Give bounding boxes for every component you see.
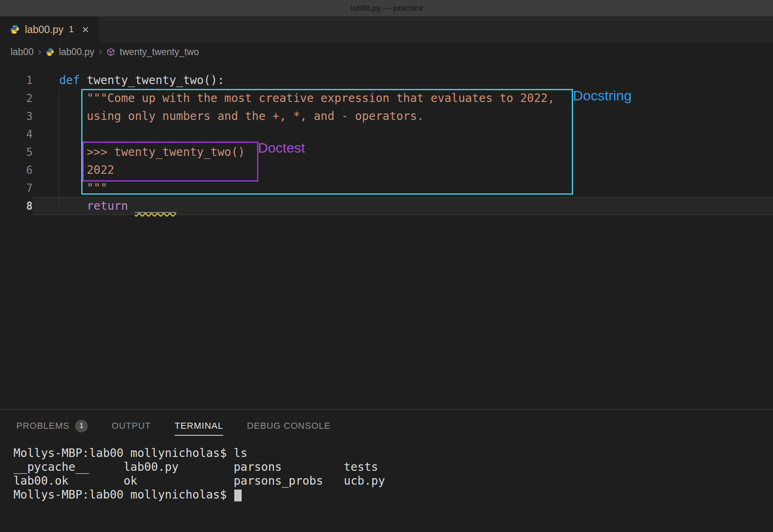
breadcrumb-item-lab00[interactable]: lab00 — [11, 47, 33, 58]
python-icon — [10, 24, 20, 34]
code-text[interactable]: >>> twenty_twenty_two() — [33, 143, 773, 161]
breadcrumb: lab00 › lab00.py › twenty_twenty_two — [0, 42, 773, 61]
terminal[interactable]: Mollys-MBP:lab00 mollynicholas$ ls __pyc… — [0, 442, 773, 502]
line-number: 7 — [0, 179, 33, 197]
python-file-icon — [46, 48, 54, 56]
bottom-panel: PROBLEMS 1 OUTPUT TERMINAL DEBUG CONSOLE… — [0, 409, 773, 532]
panel-tab-output[interactable]: OUTPUT — [111, 421, 151, 431]
line-number: 6 — [0, 161, 33, 179]
code-editor: 1 def twenty_twenty_two(): 2 """Come up … — [0, 61, 773, 409]
panel-tab-label: TERMINAL — [175, 421, 223, 436]
line-number: 4 — [0, 125, 33, 143]
terminal-line: Mollys-MBP:lab00 mollynicholas$ ls — [13, 446, 773, 460]
code-line-8: 8 return ______ — [0, 197, 773, 215]
line-number: 5 — [0, 143, 33, 161]
code-text[interactable]: def twenty_twenty_two(): — [33, 71, 773, 89]
terminal-prompt-line: Mollys-MBP:lab00 mollynicholas$ — [13, 488, 773, 502]
line-number: 1 — [0, 71, 33, 89]
panel-tab-bar: PROBLEMS 1 OUTPUT TERMINAL DEBUG CONSOLE — [0, 410, 773, 442]
code-line-1: 1 def twenty_twenty_two(): — [0, 71, 773, 89]
chevron-right-icon: › — [38, 46, 41, 58]
code-text[interactable] — [33, 125, 773, 143]
tab-bar: lab00.py 1 — [0, 16, 773, 42]
panel-tab-terminal[interactable]: TERMINAL — [175, 421, 223, 431]
line-number: 2 — [0, 89, 33, 107]
symbol-cube-icon — [107, 48, 115, 56]
code-line-5: 5 >>> twenty_twenty_two() — [0, 143, 773, 161]
code-text[interactable]: using only numbers and the +, *, and - o… — [33, 107, 773, 125]
panel-tab-label: DEBUG CONSOLE — [247, 421, 331, 431]
tab-lab00py[interactable]: lab00.py 1 — [0, 16, 99, 42]
panel-tab-label: OUTPUT — [111, 421, 151, 431]
titlebar: lab00.py — practice — [0, 0, 773, 16]
tab-modified-count: 1 — [69, 24, 74, 35]
terminal-line: lab00.ok ok parsons_probs ucb.py — [13, 474, 773, 488]
panel-tab-debug-console[interactable]: DEBUG CONSOLE — [247, 421, 331, 431]
panel-tab-label: PROBLEMS — [16, 421, 69, 431]
line-number: 8 — [0, 197, 33, 215]
terminal-line: __pycache__ lab00.py parsons tests — [13, 460, 773, 474]
breadcrumb-item-symbol[interactable]: twenty_twenty_two — [120, 47, 199, 58]
code-text[interactable]: return ______ — [33, 197, 773, 215]
blank-placeholder: ______ — [135, 199, 176, 213]
tab-filename: lab00.py — [25, 24, 64, 35]
code-text[interactable]: 2022 — [33, 161, 773, 179]
problems-count-badge: 1 — [75, 420, 88, 432]
code-text[interactable]: """Come up with the most creative expres… — [33, 89, 773, 107]
code-line-3: 3 using only numbers and the +, *, and -… — [0, 107, 773, 125]
code-line-6: 6 2022 — [0, 161, 773, 179]
panel-tab-problems[interactable]: PROBLEMS 1 — [16, 420, 88, 432]
code-text[interactable]: """ — [33, 179, 773, 197]
code-line-4: 4 — [0, 125, 773, 143]
chevron-right-icon: › — [99, 46, 102, 58]
code-line-7: 7 """ — [0, 179, 773, 197]
vscode-window: lab00.py — practice lab00.py 1 lab0 — [0, 0, 773, 532]
window-title: lab00.py — practice — [350, 4, 423, 13]
tab-close-icon[interactable] — [82, 26, 89, 33]
terminal-cursor — [234, 490, 242, 501]
terminal-prompt: Mollys-MBP:lab00 mollynicholas$ — [13, 488, 233, 501]
code-area: 1 def twenty_twenty_two(): 2 """Come up … — [0, 61, 773, 215]
code-line-2: 2 """Come up with the most creative expr… — [0, 89, 773, 107]
line-number: 3 — [0, 107, 33, 125]
indent-guide — [59, 89, 59, 212]
breadcrumb-item-file[interactable]: lab00.py — [59, 47, 94, 58]
